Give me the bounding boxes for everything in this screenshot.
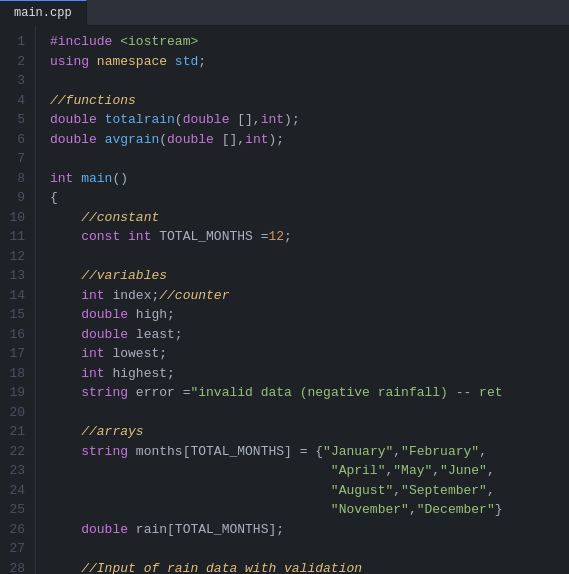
code-line: "April" , "May" , "June" , bbox=[50, 461, 569, 481]
code-line: using namespace std ; bbox=[50, 52, 569, 72]
tab-main-cpp[interactable]: main.cpp bbox=[0, 0, 87, 26]
code-line: int main () bbox=[50, 169, 569, 189]
code-line: double totalrain ( double [], int ); bbox=[50, 110, 569, 130]
code-line: #include <iostream> bbox=[50, 32, 569, 52]
code-line: double rain[TOTAL_MONTHS]; bbox=[50, 520, 569, 540]
code-line: double least; bbox=[50, 325, 569, 345]
tab-label: main.cpp bbox=[14, 6, 72, 20]
code-line: "August" , "September" , bbox=[50, 481, 569, 501]
editor-container: main.cpp 1 2 3 4 5 6 7 8 9 10 11 12 13 1… bbox=[0, 0, 569, 574]
code-line: double high; bbox=[50, 305, 569, 325]
code-content[interactable]: #include <iostream> using namespace std … bbox=[36, 26, 569, 574]
code-line: int highest; bbox=[50, 364, 569, 384]
code-line: //arrays bbox=[50, 422, 569, 442]
line-numbers: 1 2 3 4 5 6 7 8 9 10 11 12 13 14 15 16 1… bbox=[0, 26, 36, 574]
code-line bbox=[50, 539, 569, 559]
code-line bbox=[50, 71, 569, 91]
code-line bbox=[50, 247, 569, 267]
code-line: //Input of rain data with validation bbox=[50, 559, 569, 575]
code-line: string months[TOTAL_MONTHS] = { "January… bbox=[50, 442, 569, 462]
code-line: int lowest; bbox=[50, 344, 569, 364]
code-line: int index; //counter bbox=[50, 286, 569, 306]
code-line: double avgrain ( double [], int ); bbox=[50, 130, 569, 150]
code-line: "November" , "December" } bbox=[50, 500, 569, 520]
code-line: //constant bbox=[50, 208, 569, 228]
code-line: //functions bbox=[50, 91, 569, 111]
code-line: //variables bbox=[50, 266, 569, 286]
code-area: 1 2 3 4 5 6 7 8 9 10 11 12 13 14 15 16 1… bbox=[0, 26, 569, 574]
tab-bar: main.cpp bbox=[0, 0, 569, 26]
code-line bbox=[50, 149, 569, 169]
code-line: { bbox=[50, 188, 569, 208]
code-line: string error = "invalid data (negative r… bbox=[50, 383, 569, 403]
code-line bbox=[50, 403, 569, 423]
code-line: const int TOTAL_MONTHS = 12 ; bbox=[50, 227, 569, 247]
